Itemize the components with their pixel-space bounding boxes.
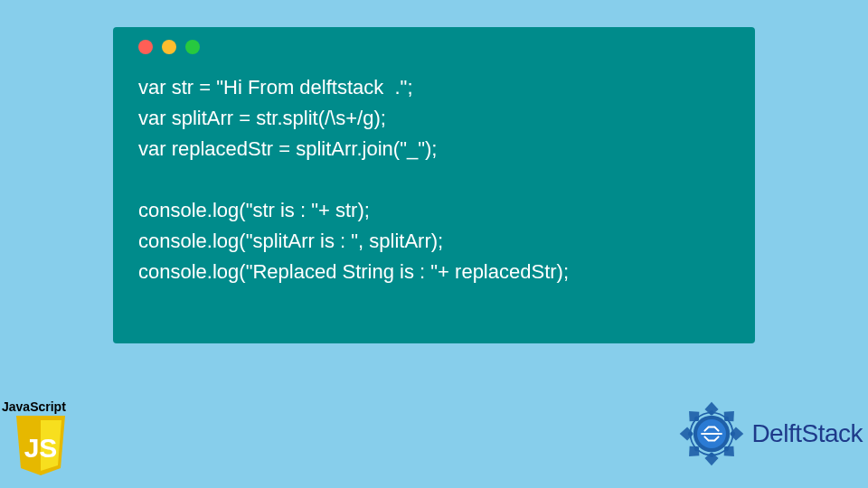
code-line-1: var str = "Hi From delftstack ."; bbox=[138, 72, 730, 103]
svg-point-8 bbox=[725, 446, 730, 451]
window-controls bbox=[138, 40, 730, 54]
code-window: var str = "Hi From delftstack ."; var sp… bbox=[113, 27, 755, 343]
javascript-shield-icon: JS bbox=[13, 416, 69, 479]
js-shield-text: JS bbox=[24, 433, 58, 463]
delftstack-logo: DelftStack bbox=[674, 396, 863, 472]
maximize-icon bbox=[185, 40, 200, 54]
svg-point-11 bbox=[689, 432, 692, 435]
code-line-6: console.log("splitArr is : ", splitArr); bbox=[138, 226, 730, 257]
svg-point-9 bbox=[711, 454, 713, 456]
javascript-logo: JavaScript JS bbox=[0, 399, 81, 479]
code-line-2: var splitArr = str.split(/\s+/g); bbox=[138, 103, 730, 134]
svg-point-12 bbox=[694, 417, 699, 421]
minimize-icon bbox=[162, 40, 176, 54]
code-blank-line bbox=[138, 164, 730, 195]
code-line-5: console.log("str is : "+ str); bbox=[138, 195, 730, 226]
svg-point-10 bbox=[694, 446, 699, 451]
svg-point-7 bbox=[731, 432, 734, 435]
delftstack-emblem-icon bbox=[674, 396, 750, 472]
code-line-3: var replacedStr = splitArr.join("_"); bbox=[138, 134, 730, 164]
javascript-logo-label: JavaScript bbox=[0, 399, 81, 414]
svg-point-5 bbox=[711, 411, 713, 414]
delftstack-logo-text: DelftStack bbox=[751, 419, 863, 448]
svg-point-6 bbox=[725, 417, 730, 421]
close-icon bbox=[138, 40, 153, 54]
code-line-7: console.log("Replaced String is : "+ rep… bbox=[138, 257, 730, 287]
